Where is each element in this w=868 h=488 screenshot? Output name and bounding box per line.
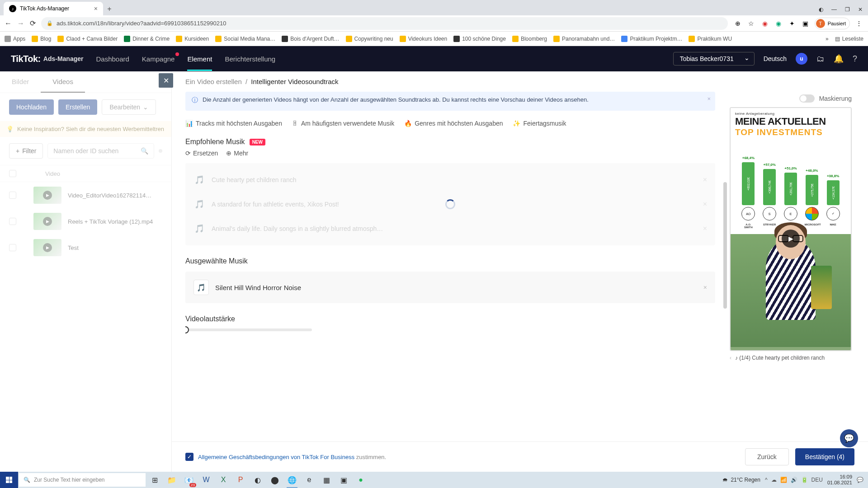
tag-holiday-music[interactable]: ✨Feiertagsmusik [513, 120, 566, 127]
bookmark-apps[interactable]: Apps [5, 36, 25, 42]
remove-music-icon[interactable]: × [703, 176, 707, 184]
selected-music-item[interactable]: 🎵 Silent Hill Wind Horror Noise × [185, 272, 715, 303]
briefcase-icon[interactable]: 🗂 [816, 54, 825, 64]
app-icon[interactable]: ◐ [250, 472, 266, 488]
language-selector[interactable]: Deutsch [764, 55, 787, 62]
reading-list[interactable]: ▤Leseliste [835, 36, 863, 42]
back-button[interactable]: Zurück [745, 448, 789, 465]
tag-most-used-music[interactable]: 🎚Am häufigsten verwendete Musik [292, 120, 394, 127]
reload-icon[interactable]: ⟳ [30, 19, 36, 28]
bookmark-item[interactable]: Blog [32, 36, 51, 42]
tag-top-spend-tracks[interactable]: 📊Tracks mit höchsten Ausgaben [185, 120, 282, 127]
music-item[interactable]: 🎵 Animal's daily life. Daily songs in a … [185, 216, 715, 241]
bell-icon[interactable]: 🔔 [834, 54, 844, 64]
row-checkbox[interactable] [9, 192, 16, 199]
upload-button[interactable]: Hochladen [9, 99, 54, 115]
address-bar[interactable]: 🔒 ads.tiktok.com/i18n/library/video?aadv… [41, 17, 728, 30]
select-all-checkbox[interactable] [9, 170, 16, 177]
masking-toggle[interactable] [799, 94, 815, 103]
nav-kampagne[interactable]: Kampagne [142, 55, 175, 63]
row-checkbox[interactable] [9, 244, 16, 251]
tray-chevron-icon[interactable]: ^ [765, 477, 768, 483]
new-tab-button[interactable]: + [103, 3, 116, 15]
search-input[interactable]: 🔍 [47, 143, 154, 159]
nav-berichterstellung[interactable]: Berichterstellung [225, 55, 275, 63]
extensions-icon[interactable]: ✦ [788, 19, 797, 28]
word-icon[interactable]: W [198, 472, 214, 488]
maximize-icon[interactable]: ❐ [845, 6, 850, 13]
close-tab-icon[interactable]: × [94, 5, 98, 12]
search-field[interactable] [53, 147, 137, 155]
scrollbar[interactable] [723, 182, 727, 309]
replace-button[interactable]: ⟳Ersetzen [185, 150, 218, 157]
file-explorer-icon[interactable]: 📁 [164, 472, 180, 488]
video-thumbnail[interactable]: ▶ [33, 213, 61, 230]
edge-icon[interactable]: e [301, 472, 317, 488]
breadcrumb-parent[interactable]: Ein Video erstellen [185, 78, 242, 85]
minimize-icon[interactable]: — [831, 6, 837, 13]
tab-videos[interactable]: Videos [41, 71, 85, 93]
video-preview[interactable]: keine Anlageberatung MEINE AKTUELLEN TOP… [730, 107, 852, 351]
bookmark-item[interactable]: Bois d'Argent Duft… [282, 36, 339, 42]
app-icon[interactable]: ▣ [335, 472, 352, 488]
volume-icon[interactable]: 🔊 [791, 477, 797, 483]
tiktok-logo[interactable]: TikTok: Ads-Manager [11, 54, 83, 64]
more-button[interactable]: ⊕Mehr [226, 150, 248, 157]
tab-bilder[interactable]: Bilder [0, 71, 41, 93]
play-preview-icon[interactable]: ▶ [782, 230, 800, 248]
chrome-icon[interactable]: 🌐 [284, 472, 300, 488]
remove-music-icon[interactable]: × [703, 200, 707, 208]
bookmarks-overflow-icon[interactable]: » [826, 36, 829, 42]
video-row[interactable]: ▶ Test [0, 235, 171, 261]
bookmark-item[interactable]: Bloomberg [512, 36, 547, 42]
taskbar-search[interactable]: 🔍Zur Suche Text hier eingeben [19, 473, 146, 487]
nav-dashboard[interactable]: Dashboard [96, 55, 129, 63]
prev-preview-icon[interactable]: ‹ [730, 355, 731, 361]
user-avatar[interactable]: u [796, 53, 807, 65]
excel-icon[interactable]: X [215, 472, 231, 488]
video-thumbnail[interactable]: ▶ [33, 187, 61, 204]
video-row[interactable]: ▶ Reels + TikTok Vorlage (12).mp4 [0, 208, 171, 235]
extension-grammarly-icon[interactable]: ◉ [774, 19, 783, 28]
bookmark-item[interactable]: Videokurs Ideen [400, 36, 448, 42]
profile-chip[interactable]: T Pausiert [815, 18, 850, 29]
cast-icon[interactable]: ▣ [801, 19, 810, 28]
bookmark-item[interactable]: Copywriting neu [346, 36, 393, 42]
weather-widget[interactable]: 🌧21°C Regen [722, 477, 760, 483]
back-icon[interactable]: ← [5, 19, 12, 28]
bookmark-item[interactable]: Kursideen [176, 36, 209, 42]
language-indicator[interactable]: DEU [811, 477, 823, 483]
help-icon[interactable]: ? [853, 54, 857, 64]
volume-slider[interactable] [185, 328, 312, 331]
battery-icon[interactable]: 🔋 [801, 477, 808, 483]
bookmark-item[interactable]: Panoramabahn und… [553, 36, 615, 42]
inspiration-banner[interactable]: 💡 Keine Inspiration? Sieh dir die neuest… [0, 121, 171, 137]
system-tray[interactable]: ^ ☁ 📶 🔊 🔋 DEU [765, 477, 823, 483]
zoom-icon[interactable]: ⊕ [733, 19, 742, 28]
notifications-icon[interactable]: 💬 [857, 477, 863, 483]
edit-button[interactable]: Bearbeiten⌄ [102, 99, 156, 115]
video-thumbnail[interactable]: ▶ [33, 239, 61, 256]
close-window-icon[interactable]: ✕ [858, 6, 863, 13]
bookmark-item[interactable]: Social Media Mana… [215, 36, 275, 42]
bookmark-item[interactable]: 100 schöne Dinge [453, 36, 506, 42]
row-checkbox[interactable] [9, 218, 16, 225]
help-fab-icon[interactable]: 💬 [840, 429, 858, 447]
extension-abp-icon[interactable]: ◉ [760, 19, 769, 28]
nav-element[interactable]: Element [187, 55, 212, 63]
window-account-icon[interactable]: ◐ [819, 6, 823, 13]
task-view-icon[interactable]: ⊞ [146, 472, 163, 488]
forward-icon[interactable]: → [17, 19, 24, 28]
powerpoint-icon[interactable]: P [232, 472, 249, 488]
app-icon[interactable]: ▦ [318, 472, 335, 488]
wifi-icon[interactable]: 📶 [780, 477, 787, 483]
video-row[interactable]: ▶ Video_EditorVideo162782114… [0, 182, 171, 208]
music-item[interactable]: 🎵 Cute hearty pet children ranch × [185, 168, 715, 192]
menu-icon[interactable]: ⋮ [854, 19, 863, 28]
spotify-icon[interactable]: ● [353, 472, 369, 488]
onedrive-icon[interactable]: ☁ [771, 477, 777, 483]
remove-music-icon[interactable]: × [703, 225, 707, 233]
bookmark-item[interactable]: Praktikum WU [689, 36, 732, 42]
obs-icon[interactable]: ⬤ [267, 472, 283, 488]
bookmark-item[interactable]: Praktikum Projektm… [621, 36, 682, 42]
